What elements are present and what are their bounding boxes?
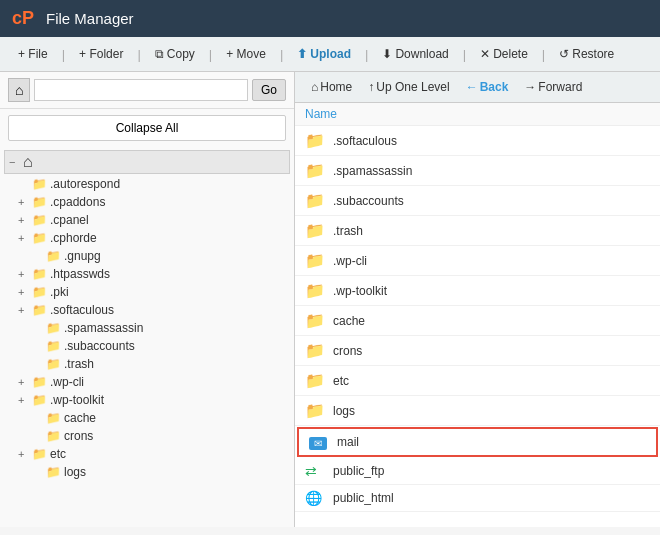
forward-button[interactable]: → Forward — [518, 77, 588, 97]
delete-button[interactable]: ✕ Delete — [472, 43, 536, 65]
folder-icon-softaculous: 📁 — [32, 303, 47, 317]
tree-item-gnupg[interactable]: 📁.gnupg — [0, 247, 294, 265]
tree-item-cpaddons[interactable]: +📁.cpaddons — [0, 193, 294, 211]
file-name-cache: cache — [333, 314, 365, 328]
folder-icon-pki: 📁 — [32, 285, 47, 299]
mail-icon-mail: ✉ — [309, 434, 331, 450]
file-row-subaccounts[interactable]: 📁.subaccounts — [295, 186, 660, 216]
folder-icon-crons: 📁 — [46, 429, 61, 443]
go-button[interactable]: Go — [252, 79, 286, 101]
tree-toggle-wp-toolkit: + — [18, 394, 32, 406]
back-button[interactable]: ← Back — [460, 77, 515, 97]
app-header: cP File Manager — [0, 0, 660, 37]
file-button[interactable]: + File — [10, 43, 56, 65]
tree-item-cache[interactable]: 📁cache — [0, 409, 294, 427]
home-icon-button[interactable]: ⌂ — [8, 78, 30, 102]
file-row-public_html[interactable]: 🌐public_html — [295, 485, 660, 512]
folder-icon-wp-toolkit: 📁 — [32, 393, 47, 407]
file-row-trash[interactable]: 📁.trash — [295, 216, 660, 246]
tree-item-subaccounts[interactable]: 📁.subaccounts — [0, 337, 294, 355]
folder-icon-autorespond: 📁 — [32, 177, 47, 191]
upload-button[interactable]: ⬆ Upload — [289, 43, 359, 65]
home-nav-button[interactable]: ⌂ Home — [305, 77, 358, 97]
sep5: | — [365, 47, 368, 62]
file-row-wp-cli[interactable]: 📁.wp-cli — [295, 246, 660, 276]
tree-item-root[interactable]: −⌂ — [4, 150, 290, 174]
download-button[interactable]: ⬇ Download — [374, 43, 456, 65]
tree-toggle-wp-cli: + — [18, 376, 32, 388]
tree-item-etc[interactable]: +📁etc — [0, 445, 294, 463]
tree-item-softaculous[interactable]: +📁.softaculous — [0, 301, 294, 319]
left-panel-header: ⌂ Go — [0, 72, 294, 109]
tree-toggle-pki: + — [18, 286, 32, 298]
file-name-crons: crons — [333, 344, 362, 358]
right-panel: ⌂ Home ↑ Up One Level ← Back → Forward N… — [295, 72, 660, 527]
sep3: | — [209, 47, 212, 62]
tree-item-pki[interactable]: +📁.pki — [0, 283, 294, 301]
tree-toggle-softaculous: + — [18, 304, 32, 316]
tree-item-crons[interactable]: 📁crons — [0, 427, 294, 445]
tree-toggle-root: − — [9, 156, 23, 168]
restore-button[interactable]: ↺ Restore — [551, 43, 622, 65]
file-name-softaculous: .softaculous — [333, 134, 397, 148]
sep1: | — [62, 47, 65, 62]
file-row-softaculous[interactable]: 📁.softaculous — [295, 126, 660, 156]
cp-logo: cP — [12, 8, 34, 29]
folder-icon-crons: 📁 — [305, 341, 327, 360]
file-name-wp-toolkit: .wp-toolkit — [333, 284, 387, 298]
tree-item-autorespond[interactable]: 📁.autorespond — [0, 175, 294, 193]
ftp-icon-public_ftp: ⇄ — [305, 463, 327, 479]
tree-label-softaculous: .softaculous — [50, 303, 114, 317]
file-row-crons[interactable]: 📁crons — [295, 336, 660, 366]
copy-icon: ⧉ — [155, 47, 164, 61]
file-row-spamassassin[interactable]: 📁.spamassassin — [295, 156, 660, 186]
folder-icon-etc: 📁 — [32, 447, 47, 461]
file-row-cache[interactable]: 📁cache — [295, 306, 660, 336]
tree-item-cpanel[interactable]: +📁.cpanel — [0, 211, 294, 229]
path-input[interactable] — [34, 79, 248, 101]
left-panel: ⌂ Go Collapse All −⌂📁.autorespond+📁.cpad… — [0, 72, 295, 527]
tree-item-cphorde[interactable]: +📁.cphorde — [0, 229, 294, 247]
file-name-spamassassin: .spamassassin — [333, 164, 412, 178]
file-row-mail[interactable]: ✉mail — [297, 427, 658, 457]
tree-label-subaccounts: .subaccounts — [64, 339, 135, 353]
up-one-level-button[interactable]: ↑ Up One Level — [362, 77, 455, 97]
sep7: | — [542, 47, 545, 62]
tree-item-trash[interactable]: 📁.trash — [0, 355, 294, 373]
file-name-wp-cli: .wp-cli — [333, 254, 367, 268]
file-list-header: Name — [295, 103, 660, 126]
tree-label-cache: cache — [64, 411, 96, 425]
tree-item-logs[interactable]: 📁logs — [0, 463, 294, 481]
folder-button[interactable]: + Folder — [71, 43, 131, 65]
file-row-etc[interactable]: 📁etc — [295, 366, 660, 396]
file-row-logs[interactable]: 📁logs — [295, 396, 660, 426]
folder-icon-wp-cli: 📁 — [305, 251, 327, 270]
file-tree: −⌂📁.autorespond+📁.cpaddons+📁.cpanel+📁.cp… — [0, 147, 294, 527]
html-icon-public_html: 🌐 — [305, 490, 327, 506]
tree-toggle-etc: + — [18, 448, 32, 460]
folder-icon-wp-toolkit: 📁 — [305, 281, 327, 300]
right-panel-nav: ⌂ Home ↑ Up One Level ← Back → Forward — [295, 72, 660, 103]
folder-icon-logs: 📁 — [46, 465, 61, 479]
move-button[interactable]: + Move — [218, 43, 274, 65]
folder-icon-trash: 📁 — [46, 357, 61, 371]
file-row-public_ftp[interactable]: ⇄public_ftp — [295, 458, 660, 485]
folder-icon-subaccounts: 📁 — [305, 191, 327, 210]
copy-button[interactable]: ⧉ Copy — [147, 43, 203, 65]
tree-toggle-htpasswds: + — [18, 268, 32, 280]
file-name-etc: etc — [333, 374, 349, 388]
file-row-wp-toolkit[interactable]: 📁.wp-toolkit — [295, 276, 660, 306]
tree-label-wp-toolkit: .wp-toolkit — [50, 393, 104, 407]
tree-item-wp-toolkit[interactable]: +📁.wp-toolkit — [0, 391, 294, 409]
folder-icon-cpaddons: 📁 — [32, 195, 47, 209]
tree-item-wp-cli[interactable]: +📁.wp-cli — [0, 373, 294, 391]
tree-label-cphorde: .cphorde — [50, 231, 97, 245]
tree-toggle-cpanel: + — [18, 214, 32, 226]
sep6: | — [463, 47, 466, 62]
download-icon: ⬇ — [382, 47, 392, 61]
folder-icon-cphorde: 📁 — [32, 231, 47, 245]
tree-item-spamassassin[interactable]: 📁.spamassassin — [0, 319, 294, 337]
tree-item-htpasswds[interactable]: +📁.htpasswds — [0, 265, 294, 283]
collapse-all-button[interactable]: Collapse All — [8, 115, 286, 141]
file-name-subaccounts: .subaccounts — [333, 194, 404, 208]
